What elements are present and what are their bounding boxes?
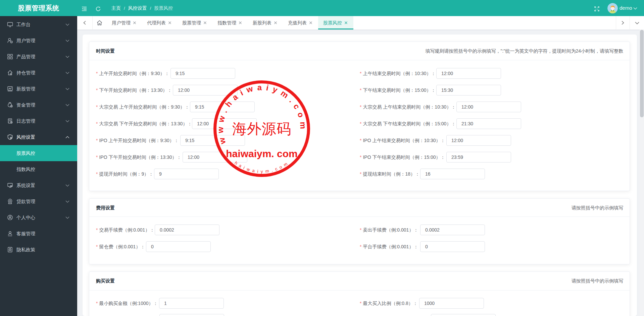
svg-text:haiwaiym. com: haiwaiym. com xyxy=(226,148,297,159)
svg-text:海外源码: 海外源码 xyxy=(232,121,291,137)
